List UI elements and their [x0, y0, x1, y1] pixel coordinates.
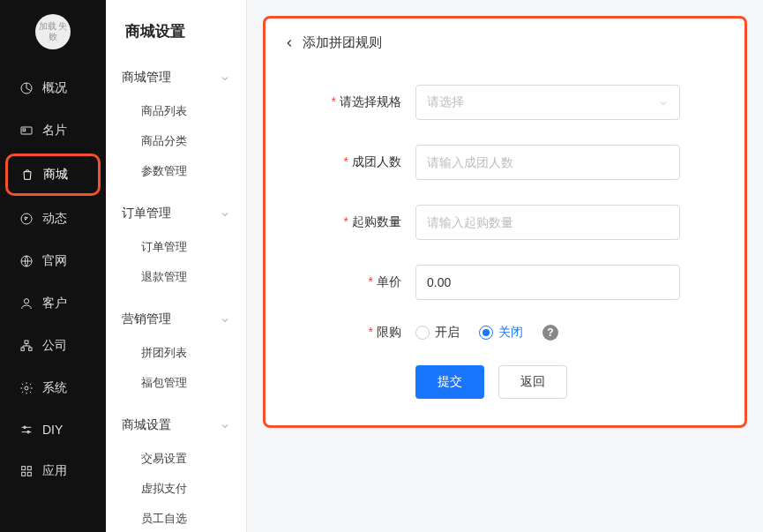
nav-item-app[interactable]: 应用	[0, 450, 106, 492]
id-icon	[19, 124, 34, 138]
sec-group-head[interactable]: 订单管理	[106, 195, 246, 232]
sec-group-mall_mgmt: 商城管理商品列表商品分类参数管理	[106, 59, 246, 195]
sec-group-label: 订单管理	[122, 206, 171, 221]
field-label: *成团人数	[301, 154, 415, 170]
nav-item-overview[interactable]: 概况	[0, 67, 106, 109]
svg-rect-17	[22, 472, 26, 476]
limit-radio-on[interactable]: 开启	[415, 325, 460, 341]
form-actions: 提交 返回	[415, 365, 709, 399]
chevron-down-icon	[220, 208, 230, 219]
field-label: *请选择规格	[301, 94, 415, 110]
sec-group-head[interactable]: 商城设置	[106, 407, 246, 444]
help-icon[interactable]: ?	[542, 325, 558, 341]
svg-rect-8	[21, 348, 24, 350]
main-content: 添加拼团规则 *请选择规格 请选择 *成团人数	[247, 0, 763, 532]
chevron-down-icon	[220, 420, 230, 431]
sec-group-order_mgmt: 订单管理订单管理退款管理	[106, 195, 246, 301]
field-min-qty: *起购数量	[301, 205, 709, 240]
apps-icon	[19, 464, 34, 478]
sec-group-head[interactable]: 商城管理	[106, 59, 246, 96]
pie-icon	[19, 81, 34, 95]
nav-label: 客户	[42, 296, 67, 311]
limit-radio-group: 开启 关闭 ?	[415, 325, 680, 341]
sec-item[interactable]: 参数管理	[106, 156, 246, 186]
sec-group-head[interactable]: 营销管理	[106, 301, 246, 338]
radio-icon	[415, 326, 430, 340]
nav-label: 官网	[42, 253, 67, 269]
min-qty-input[interactable]	[415, 205, 680, 240]
sec-item[interactable]: 商品列表	[106, 96, 246, 126]
sliders-icon	[19, 423, 34, 437]
svg-rect-2	[23, 129, 26, 131]
globe-icon	[19, 254, 34, 268]
sec-item[interactable]: 虚拟支付	[106, 474, 246, 504]
limit-radio-off[interactable]: 关闭	[479, 325, 523, 341]
panel-header: 添加拼团规则	[266, 19, 744, 67]
nav-label: 动态	[42, 211, 67, 227]
sec-item[interactable]: 员工自选	[106, 504, 246, 532]
svg-rect-15	[22, 467, 26, 470]
sec-group-label: 营销管理	[122, 311, 171, 327]
compass-icon	[19, 212, 34, 226]
radio-icon	[479, 326, 493, 340]
svg-point-10	[25, 386, 28, 390]
sec-item[interactable]: 拼团列表	[106, 338, 246, 368]
nav-item-customer[interactable]: 客户	[0, 282, 106, 325]
primary-sidebar: 加载 失败 概况名片商城动态官网客户公司系统DIY应用	[0, 0, 106, 532]
radio-label: 开启	[435, 325, 460, 341]
bag-icon	[20, 168, 34, 182]
nav-item-card[interactable]: 名片	[0, 109, 106, 152]
sec-group-marketing: 营销管理拼团列表福包管理	[106, 301, 246, 407]
nav-item-company[interactable]: 公司	[0, 325, 106, 367]
sec-item[interactable]: 商品分类	[106, 126, 246, 156]
field-spec: *请选择规格 请选择	[301, 85, 709, 120]
select-placeholder: 请选择	[427, 94, 464, 110]
radio-label: 关闭	[498, 325, 523, 341]
org-icon	[19, 339, 34, 353]
nav-label: 名片	[42, 123, 67, 139]
nav-item-dynamic[interactable]: 动态	[0, 198, 106, 240]
sec-group-mall_settings: 商城设置交易设置虚拟支付员工自选支付设置商城轮播图	[106, 407, 246, 532]
sec-group-label: 商城管理	[122, 70, 171, 86]
svg-rect-16	[27, 467, 31, 470]
form: *请选择规格 请选择 *成团人数 *起购数量	[266, 67, 744, 425]
nav-label: 系统	[42, 380, 67, 396]
spec-select[interactable]: 请选择	[415, 85, 680, 120]
user-icon	[19, 296, 34, 311]
svg-rect-7	[25, 341, 28, 343]
svg-marker-4	[25, 217, 27, 220]
svg-point-6	[24, 299, 28, 303]
sec-item[interactable]: 交易设置	[106, 444, 246, 474]
nav-label: 公司	[42, 338, 67, 354]
field-price: *单价	[301, 265, 709, 300]
secondary-title: 商城设置	[106, 7, 246, 59]
sec-item[interactable]: 订单管理	[106, 232, 246, 262]
nav-label: DIY	[42, 423, 63, 437]
price-input[interactable]	[415, 265, 680, 300]
secondary-sidebar: 商城设置 商城管理商品列表商品分类参数管理订单管理订单管理退款管理营销管理拼团列…	[106, 0, 247, 532]
field-limit: *限购 开启 关闭 ?	[301, 325, 709, 341]
field-label: *起购数量	[301, 214, 415, 230]
nav-item-mall[interactable]: 商城	[8, 156, 98, 193]
back-icon[interactable]	[283, 37, 295, 49]
avatar[interactable]: 加载 失败	[35, 14, 71, 49]
panel-title: 添加拼团规则	[303, 34, 382, 51]
gear-icon	[19, 381, 34, 395]
nav-item-diy[interactable]: DIY	[0, 409, 106, 450]
nav-label: 概况	[42, 80, 67, 96]
svg-rect-18	[27, 472, 31, 476]
sec-item[interactable]: 退款管理	[106, 262, 246, 292]
chevron-down-icon	[220, 72, 230, 83]
sec-group-label: 商城设置	[122, 417, 171, 433]
field-group-count: *成团人数	[301, 145, 709, 180]
back-button[interactable]: 返回	[498, 365, 567, 399]
nav-label: 应用	[42, 463, 67, 479]
nav-item-system[interactable]: 系统	[0, 367, 106, 409]
nav-item-site[interactable]: 官网	[0, 240, 106, 282]
chevron-down-icon	[658, 97, 669, 108]
sec-item[interactable]: 福包管理	[106, 368, 246, 398]
svg-rect-9	[29, 348, 32, 350]
group-count-input[interactable]	[415, 145, 680, 180]
form-panel: 添加拼团规则 *请选择规格 请选择 *成团人数	[263, 16, 747, 428]
submit-button[interactable]: 提交	[415, 365, 484, 399]
